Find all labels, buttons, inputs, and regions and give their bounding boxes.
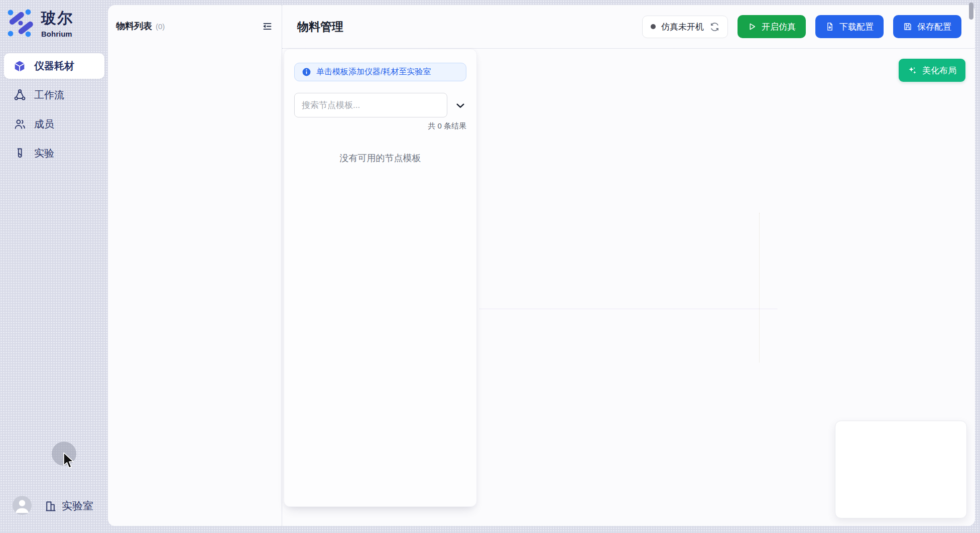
node-template-palette: 单击模板添加仪器/耗材至实验室 共 0 条结果 没有可用的节点模板 — [284, 49, 477, 507]
material-list-count: (0) — [156, 22, 165, 31]
palette-hint-banner: 单击模板添加仪器/耗材至实验室 — [294, 63, 466, 81]
sidebar-footer: 实验室 — [0, 499, 108, 519]
save-config-button[interactable]: 保存配置 — [893, 15, 961, 38]
collapse-panel-icon[interactable] — [262, 21, 273, 32]
members-icon — [13, 118, 26, 131]
sidebar-item-members[interactable]: 成员 — [4, 111, 104, 137]
start-simulation-button[interactable]: 开启仿真 — [738, 15, 806, 38]
sparkles-icon — [908, 66, 917, 75]
brand-name-en: Bohrium — [41, 30, 73, 38]
result-count: 共 0 条结果 — [294, 121, 466, 131]
experiment-icon — [13, 147, 26, 160]
avatar[interactable] — [13, 496, 32, 515]
sidebar-item-label: 工作流 — [34, 88, 64, 102]
sidebar-item-instruments[interactable]: 仪器耗材 — [4, 53, 104, 79]
canvas-guide-horizontal — [479, 309, 777, 309]
building-icon — [44, 499, 57, 512]
canvas-guide-vertical — [759, 213, 760, 362]
main-container: 物料列表 (0) 物料管理 仿真未开机 — [108, 5, 975, 526]
save-icon — [903, 22, 912, 31]
sidebar-item-label: 成员 — [34, 117, 54, 131]
sidebar-nav: 仪器耗材 工作流 成员 — [4, 53, 104, 170]
palette-hint-text: 单击模板添加仪器/耗材至实验室 — [316, 67, 431, 77]
page-header: 物料管理 仿真未开机 — [282, 5, 975, 49]
refresh-icon[interactable] — [709, 22, 719, 32]
empty-state-text: 没有可用的节点模板 — [294, 152, 466, 164]
workflow-icon — [13, 89, 26, 102]
mouse-cursor — [63, 452, 76, 470]
chevron-down-icon[interactable] — [454, 99, 466, 111]
sidebar-item-workflow[interactable]: 工作流 — [4, 82, 104, 108]
cube-icon — [13, 60, 26, 73]
material-list-title: 物料列表 — [116, 20, 152, 32]
page-title: 物料管理 — [297, 19, 343, 35]
minimap[interactable] — [835, 421, 967, 518]
brand-name-cn: 玻尔 — [41, 8, 73, 29]
sidebar-item-label: 实验 — [34, 147, 54, 160]
status-dot-icon — [651, 24, 656, 29]
flow-canvas[interactable]: 单击模板添加仪器/耗材至实验室 共 0 条结果 没有可用的节点模板 — [282, 49, 975, 526]
material-list-panel: 物料列表 (0) — [108, 5, 282, 526]
file-download-icon — [825, 22, 834, 31]
sim-status-text: 仿真未开机 — [661, 21, 704, 33]
download-config-button[interactable]: 下载配置 — [815, 15, 884, 38]
lab-entry[interactable]: 实验室 — [44, 499, 93, 513]
sim-status-pill: 仿真未开机 — [642, 16, 728, 38]
info-icon — [302, 67, 311, 77]
play-icon — [748, 22, 757, 31]
beautify-layout-button[interactable]: 美化布局 — [899, 59, 965, 82]
search-input[interactable] — [294, 93, 447, 117]
bohrium-logo-icon — [7, 9, 35, 38]
sidebar-item-experiment[interactable]: 实验 — [4, 141, 104, 166]
scrollbar-thumb[interactable] — [969, 3, 973, 20]
sidebar-item-label: 仪器耗材 — [34, 59, 74, 73]
lab-label: 实验室 — [62, 499, 93, 513]
brand-logo: 玻尔 Bohrium — [7, 8, 73, 38]
